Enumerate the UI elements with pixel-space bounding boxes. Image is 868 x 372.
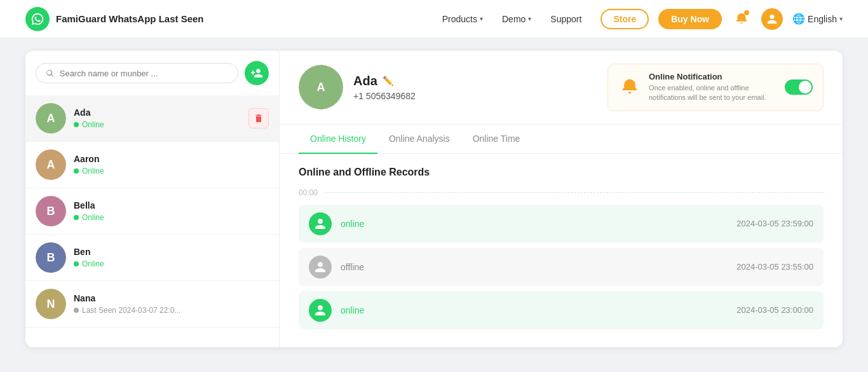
notification-bell-icon[interactable] — [731, 9, 752, 29]
delete-button-ada[interactable] — [248, 108, 269, 128]
time-label: 00:00 — [299, 188, 824, 197]
globe-icon: 🌐 — [792, 13, 805, 25]
buy-now-button[interactable]: Buy Now — [658, 9, 722, 29]
toggle-knob — [799, 81, 811, 93]
record-time: 2024-03-05 23:55:00 — [736, 262, 813, 272]
sidebar: A Ada Online — [25, 51, 280, 347]
records-title: Online and Offline Records — [299, 167, 824, 178]
tabs: Online History Online Analysis Online Ti… — [280, 125, 843, 154]
logo-icon — [25, 7, 50, 31]
tab-online-time[interactable]: Online Time — [461, 125, 532, 154]
contact-avatar-ada: A — [36, 103, 66, 134]
nav-demo[interactable]: Demo ▾ — [502, 14, 531, 24]
contact-info-ben: Ben Online — [74, 247, 269, 268]
record-item: offline 2024-03-05 23:55:00 — [299, 248, 824, 286]
online-dot — [74, 215, 79, 220]
logo-area: FamiGuard WhatsApp Last Seen — [25, 7, 204, 31]
record-time: 2024-03-05 23:00:00 — [736, 305, 813, 315]
contact-list: A Ada Online — [25, 95, 279, 327]
contact-item[interactable]: B Bella Online — [25, 188, 279, 235]
right-panel: A Ada ✏️ +1 5056349682 — [280, 51, 843, 347]
profile-phone: +1 5056349682 — [353, 91, 607, 101]
contact-avatar-nana: N — [36, 289, 66, 319]
record-avatar-online — [309, 212, 332, 235]
record-time: 2024-03-05 23:59:00 — [736, 219, 813, 228]
online-dot — [74, 261, 79, 266]
contact-item[interactable]: A Ada Online — [25, 95, 279, 142]
nav-support[interactable]: Support — [550, 14, 581, 24]
main-content: A Ada Online — [0, 38, 868, 360]
profile-avatar: A — [299, 65, 343, 109]
user-avatar-icon[interactable] — [761, 8, 783, 30]
tab-online-history[interactable]: Online History — [299, 125, 377, 154]
notification-box: Online Notification Once enabled, online… — [607, 64, 824, 111]
header: FamiGuard WhatsApp Last Seen Products ▾ … — [0, 0, 868, 38]
notification-dot — [744, 10, 749, 15]
search-input-wrap — [36, 63, 238, 83]
search-input[interactable] — [60, 69, 229, 78]
profile-header: A Ada ✏️ +1 5056349682 — [280, 51, 843, 125]
record-status: offline — [341, 262, 736, 272]
edit-icon[interactable]: ✏️ — [383, 76, 393, 86]
record-avatar-offline — [309, 256, 332, 279]
record-avatar-online — [309, 299, 332, 322]
records-section: Online and Offline Records 00:00 online … — [280, 154, 843, 347]
nav-products[interactable]: Products ▾ — [442, 14, 483, 24]
contact-info-aaron: Aaron Online — [74, 154, 269, 176]
online-dot — [74, 169, 79, 174]
contact-avatar-aaron: A — [36, 149, 66, 180]
time-line — [324, 192, 824, 193]
nav-links: Products ▾ Demo ▾ Support — [442, 14, 582, 24]
contact-item[interactable]: N Nana Last Seen 2024-03-07 22:0... — [25, 281, 279, 327]
notification-text: Online Notification Once enabled, online… — [649, 72, 777, 103]
notification-bell-decoration — [618, 76, 641, 99]
language-chevron-icon: ▾ — [839, 15, 843, 22]
record-status: online — [341, 219, 736, 229]
add-contact-button[interactable] — [245, 61, 269, 85]
contact-info-bella: Bella Online — [74, 200, 269, 222]
logo-text: FamiGuard WhatsApp Last Seen — [56, 13, 204, 24]
contact-avatar-ben: B — [36, 242, 66, 273]
store-button[interactable]: Store — [600, 9, 649, 29]
record-item: online 2024-03-05 23:00:00 — [299, 291, 824, 329]
notification-toggle[interactable] — [785, 79, 813, 95]
record-item: online 2024-03-05 23:59:00 — [299, 205, 824, 243]
search-bar — [25, 51, 279, 95]
online-dot — [74, 122, 79, 127]
demo-chevron-icon: ▾ — [528, 15, 531, 22]
language-selector[interactable]: 🌐 English ▾ — [792, 13, 843, 25]
main-card: A Ada Online — [25, 51, 843, 347]
products-chevron-icon: ▾ — [480, 15, 483, 22]
profile-info: Ada ✏️ +1 5056349682 — [353, 74, 607, 101]
search-icon — [45, 68, 55, 78]
header-icons: 🌐 English ▾ — [731, 8, 843, 30]
contact-item[interactable]: A Aaron Online — [25, 142, 279, 188]
record-status: online — [341, 305, 736, 315]
contact-item[interactable]: B Ben Online — [25, 235, 279, 281]
contact-info-ada: Ada Online — [74, 107, 248, 129]
tab-online-analysis[interactable]: Online Analysis — [377, 125, 461, 154]
contact-info-nana: Nana Last Seen 2024-03-07 22:0... — [74, 293, 269, 315]
contact-avatar-bella: B — [36, 196, 66, 226]
profile-name-text: Ada — [353, 74, 377, 88]
offline-dot — [74, 308, 79, 313]
